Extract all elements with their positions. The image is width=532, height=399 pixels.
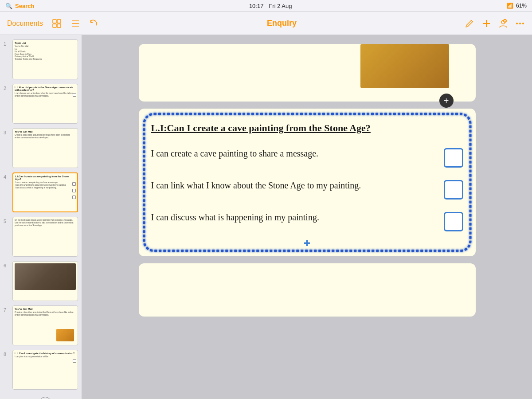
sidebar-page-3: 3 You've Got Mail Create a clips video a… (4, 127, 78, 169)
li-checkbox-1[interactable] (444, 148, 463, 168)
slide-thumb-8[interactable]: L.I: Can I investigate the history of co… (12, 350, 78, 390)
svg-point-14 (516, 23, 518, 24)
status-bar: 🔍 Search 10:17 Fri 2 Aug 📶 61% (0, 0, 532, 12)
status-time: 10:17 (249, 3, 264, 9)
list-icon[interactable] (70, 19, 80, 28)
li-item-1: I can create a cave painting to share a … (151, 147, 463, 168)
svg-point-15 (519, 23, 521, 24)
add-page-button[interactable]: + (39, 397, 51, 399)
page-num-6: 6 (4, 261, 10, 268)
svg-rect-2 (53, 24, 56, 27)
wifi-icon: 📶 (507, 3, 513, 9)
page-num-1: 1 (4, 39, 10, 47)
battery-level: 61% (516, 3, 527, 9)
slide-main-content: L.I:Can I create a cave painting from th… (151, 122, 463, 231)
sidebar-page-4: 4 L.I:Can I create a cave painting from … (4, 172, 78, 213)
page-num-7: 7 (4, 305, 10, 313)
slide-thumb-1[interactable]: Topic List You've Got MailLOIt's all Gre… (12, 39, 78, 79)
svg-rect-3 (57, 24, 61, 27)
svg-rect-0 (53, 20, 56, 23)
svg-rect-1 (57, 20, 61, 23)
sidebar-page-6: 6 (4, 260, 78, 302)
slide-thumb-2[interactable]: L.I: How did people in the Stone Age com… (12, 84, 78, 124)
documents-button[interactable]: Documents (7, 20, 43, 27)
more-button[interactable] (515, 19, 525, 28)
page-num-2: 2 (4, 84, 10, 91)
pen-icon[interactable] (465, 19, 474, 28)
sidebar-page-2: 2 L.I: How did people in the Stone Age c… (4, 83, 78, 125)
sidebar-add: + (4, 393, 78, 399)
slide-card-main: L.I:Can I create a cave painting from th… (139, 109, 476, 256)
sidebar-page-7: 7 You've Got Mail Create a clips video a… (4, 305, 78, 346)
li-item-text-2: I can link what I know about the Stone A… (151, 179, 437, 192)
slide-thumb-6[interactable] (12, 261, 78, 301)
li-title: L.I:Can I create a cave painting from th… (151, 122, 463, 135)
content-area: + L.I:Can I create a cave pai (82, 35, 532, 399)
sidebar: 1 Topic List You've Got MailLOIt's all G… (0, 35, 82, 399)
page-num-5: 5 (4, 217, 10, 224)
li-item-2: I can link what I know about the Stone A… (151, 179, 463, 200)
toolbar: Documents Enquiry (0, 12, 532, 35)
slide-thumb-5[interactable]: On the next page create a cave painting … (12, 217, 78, 257)
li-checkbox-2[interactable] (444, 180, 463, 200)
li-item-3: I can discuss what is happening in my pa… (151, 211, 463, 231)
add-content-button[interactable]: + (439, 94, 454, 108)
li-item-text-3: I can discuss what is happening in my pa… (151, 211, 437, 223)
slide-add-button[interactable]: ✚ (304, 239, 310, 248)
slide-card-top: + (139, 44, 476, 102)
svg-line-7 (471, 20, 473, 22)
undo-icon[interactable] (89, 19, 99, 28)
slide-card-bottom (139, 263, 476, 317)
layout-icon[interactable] (52, 19, 62, 28)
sidebar-page-5: 5 On the next page create a cave paintin… (4, 216, 78, 258)
slide-thumb-7[interactable]: You've Got Mail Create a clips video abo… (12, 305, 78, 345)
status-date: Fri 2 Aug (269, 3, 292, 9)
main-layout: 1 Topic List You've Got MailLOIt's all G… (0, 35, 532, 399)
li-item-text-1: I can create a cave painting to share a … (151, 147, 437, 160)
slide-thumb-3[interactable]: You've Got Mail Create a clips video abo… (12, 128, 78, 168)
slide-thumb-4[interactable]: L.I:Can I create a cave painting from th… (12, 172, 78, 212)
document-title: Enquiry (267, 19, 297, 27)
account-icon[interactable] (498, 19, 508, 28)
page-num-4: 4 (4, 172, 10, 180)
slide-top-image (360, 44, 449, 88)
sidebar-page-8: 8 L.I: Can I investigate the history of … (4, 349, 78, 391)
search-icon: 🔍 (5, 3, 12, 9)
page-num-8: 8 (4, 350, 10, 357)
svg-point-16 (522, 23, 524, 24)
li-checkbox-3[interactable] (444, 212, 463, 231)
add-button[interactable] (481, 19, 491, 28)
search-label[interactable]: Search (15, 3, 34, 9)
sidebar-page-1: 1 Topic List You've Got MailLOIt's all G… (4, 39, 78, 80)
page-num-3: 3 (4, 128, 10, 135)
